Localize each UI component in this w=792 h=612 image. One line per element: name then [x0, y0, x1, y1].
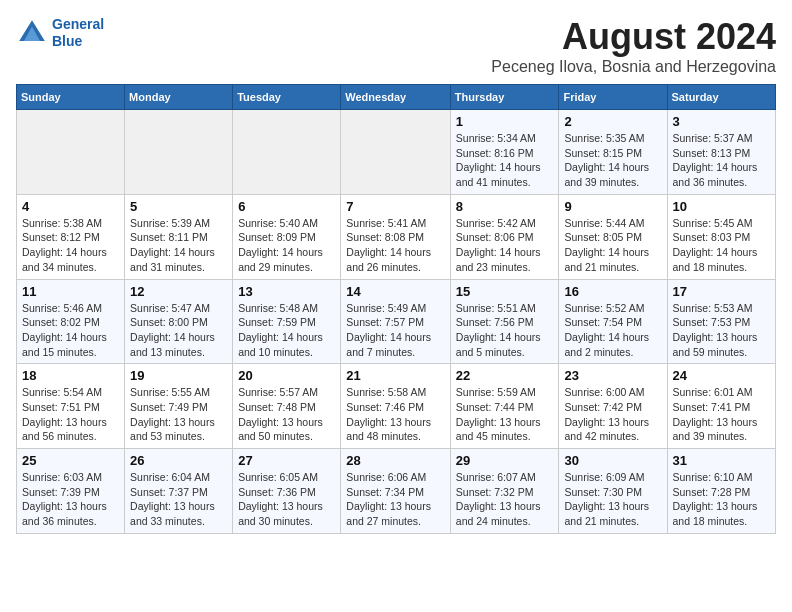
weekday-header-sunday: Sunday [17, 85, 125, 110]
calendar-cell: 28Sunrise: 6:06 AM Sunset: 7:34 PM Dayli… [341, 449, 451, 534]
day-info: Sunrise: 6:01 AM Sunset: 7:41 PM Dayligh… [673, 385, 770, 444]
calendar-week-5: 25Sunrise: 6:03 AM Sunset: 7:39 PM Dayli… [17, 449, 776, 534]
calendar-cell: 13Sunrise: 5:48 AM Sunset: 7:59 PM Dayli… [233, 279, 341, 364]
day-info: Sunrise: 6:07 AM Sunset: 7:32 PM Dayligh… [456, 470, 554, 529]
calendar-cell: 17Sunrise: 5:53 AM Sunset: 7:53 PM Dayli… [667, 279, 775, 364]
day-info: Sunrise: 6:06 AM Sunset: 7:34 PM Dayligh… [346, 470, 445, 529]
day-info: Sunrise: 5:59 AM Sunset: 7:44 PM Dayligh… [456, 385, 554, 444]
calendar-cell: 18Sunrise: 5:54 AM Sunset: 7:51 PM Dayli… [17, 364, 125, 449]
day-number: 13 [238, 284, 335, 299]
day-number: 19 [130, 368, 227, 383]
day-number: 1 [456, 114, 554, 129]
day-number: 6 [238, 199, 335, 214]
logo-icon [16, 17, 48, 49]
day-number: 12 [130, 284, 227, 299]
calendar-cell: 30Sunrise: 6:09 AM Sunset: 7:30 PM Dayli… [559, 449, 667, 534]
day-info: Sunrise: 6:04 AM Sunset: 7:37 PM Dayligh… [130, 470, 227, 529]
calendar-cell: 2Sunrise: 5:35 AM Sunset: 8:15 PM Daylig… [559, 110, 667, 195]
calendar-cell: 31Sunrise: 6:10 AM Sunset: 7:28 PM Dayli… [667, 449, 775, 534]
calendar-week-1: 1Sunrise: 5:34 AM Sunset: 8:16 PM Daylig… [17, 110, 776, 195]
calendar-cell: 14Sunrise: 5:49 AM Sunset: 7:57 PM Dayli… [341, 279, 451, 364]
day-number: 4 [22, 199, 119, 214]
month-title: August 2024 [491, 16, 776, 58]
day-number: 15 [456, 284, 554, 299]
day-number: 17 [673, 284, 770, 299]
calendar-cell [17, 110, 125, 195]
calendar-cell: 3Sunrise: 5:37 AM Sunset: 8:13 PM Daylig… [667, 110, 775, 195]
day-info: Sunrise: 5:41 AM Sunset: 8:08 PM Dayligh… [346, 216, 445, 275]
day-number: 18 [22, 368, 119, 383]
day-number: 28 [346, 453, 445, 468]
day-info: Sunrise: 5:52 AM Sunset: 7:54 PM Dayligh… [564, 301, 661, 360]
day-number: 21 [346, 368, 445, 383]
weekday-header-friday: Friday [559, 85, 667, 110]
day-number: 22 [456, 368, 554, 383]
calendar-cell: 15Sunrise: 5:51 AM Sunset: 7:56 PM Dayli… [450, 279, 559, 364]
day-info: Sunrise: 5:48 AM Sunset: 7:59 PM Dayligh… [238, 301, 335, 360]
calendar-cell: 5Sunrise: 5:39 AM Sunset: 8:11 PM Daylig… [125, 194, 233, 279]
day-number: 29 [456, 453, 554, 468]
day-info: Sunrise: 5:51 AM Sunset: 7:56 PM Dayligh… [456, 301, 554, 360]
day-info: Sunrise: 5:53 AM Sunset: 7:53 PM Dayligh… [673, 301, 770, 360]
calendar-cell: 29Sunrise: 6:07 AM Sunset: 7:32 PM Dayli… [450, 449, 559, 534]
day-info: Sunrise: 5:54 AM Sunset: 7:51 PM Dayligh… [22, 385, 119, 444]
day-info: Sunrise: 5:42 AM Sunset: 8:06 PM Dayligh… [456, 216, 554, 275]
calendar-cell: 22Sunrise: 5:59 AM Sunset: 7:44 PM Dayli… [450, 364, 559, 449]
day-number: 30 [564, 453, 661, 468]
day-info: Sunrise: 5:40 AM Sunset: 8:09 PM Dayligh… [238, 216, 335, 275]
calendar-cell: 9Sunrise: 5:44 AM Sunset: 8:05 PM Daylig… [559, 194, 667, 279]
day-info: Sunrise: 5:38 AM Sunset: 8:12 PM Dayligh… [22, 216, 119, 275]
weekday-header-wednesday: Wednesday [341, 85, 451, 110]
calendar-cell: 24Sunrise: 6:01 AM Sunset: 7:41 PM Dayli… [667, 364, 775, 449]
day-number: 23 [564, 368, 661, 383]
logo: General Blue [16, 16, 104, 50]
day-info: Sunrise: 5:46 AM Sunset: 8:02 PM Dayligh… [22, 301, 119, 360]
calendar-table: SundayMondayTuesdayWednesdayThursdayFrid… [16, 84, 776, 534]
calendar-cell: 27Sunrise: 6:05 AM Sunset: 7:36 PM Dayli… [233, 449, 341, 534]
calendar-week-4: 18Sunrise: 5:54 AM Sunset: 7:51 PM Dayli… [17, 364, 776, 449]
day-info: Sunrise: 5:44 AM Sunset: 8:05 PM Dayligh… [564, 216, 661, 275]
day-info: Sunrise: 5:39 AM Sunset: 8:11 PM Dayligh… [130, 216, 227, 275]
calendar-cell: 12Sunrise: 5:47 AM Sunset: 8:00 PM Dayli… [125, 279, 233, 364]
day-info: Sunrise: 5:47 AM Sunset: 8:00 PM Dayligh… [130, 301, 227, 360]
day-number: 25 [22, 453, 119, 468]
day-info: Sunrise: 6:09 AM Sunset: 7:30 PM Dayligh… [564, 470, 661, 529]
calendar-cell: 8Sunrise: 5:42 AM Sunset: 8:06 PM Daylig… [450, 194, 559, 279]
day-info: Sunrise: 5:57 AM Sunset: 7:48 PM Dayligh… [238, 385, 335, 444]
day-info: Sunrise: 5:34 AM Sunset: 8:16 PM Dayligh… [456, 131, 554, 190]
calendar-cell: 16Sunrise: 5:52 AM Sunset: 7:54 PM Dayli… [559, 279, 667, 364]
calendar-cell [233, 110, 341, 195]
calendar-cell [341, 110, 451, 195]
day-number: 16 [564, 284, 661, 299]
day-number: 20 [238, 368, 335, 383]
day-info: Sunrise: 6:00 AM Sunset: 7:42 PM Dayligh… [564, 385, 661, 444]
calendar-cell: 6Sunrise: 5:40 AM Sunset: 8:09 PM Daylig… [233, 194, 341, 279]
calendar-cell: 11Sunrise: 5:46 AM Sunset: 8:02 PM Dayli… [17, 279, 125, 364]
weekday-header-tuesday: Tuesday [233, 85, 341, 110]
calendar-week-2: 4Sunrise: 5:38 AM Sunset: 8:12 PM Daylig… [17, 194, 776, 279]
calendar-cell: 26Sunrise: 6:04 AM Sunset: 7:37 PM Dayli… [125, 449, 233, 534]
calendar-cell [125, 110, 233, 195]
day-info: Sunrise: 6:10 AM Sunset: 7:28 PM Dayligh… [673, 470, 770, 529]
calendar-cell: 20Sunrise: 5:57 AM Sunset: 7:48 PM Dayli… [233, 364, 341, 449]
day-info: Sunrise: 6:03 AM Sunset: 7:39 PM Dayligh… [22, 470, 119, 529]
day-number: 26 [130, 453, 227, 468]
weekday-header-thursday: Thursday [450, 85, 559, 110]
calendar-header-row: SundayMondayTuesdayWednesdayThursdayFrid… [17, 85, 776, 110]
calendar-cell: 4Sunrise: 5:38 AM Sunset: 8:12 PM Daylig… [17, 194, 125, 279]
day-number: 11 [22, 284, 119, 299]
day-info: Sunrise: 5:58 AM Sunset: 7:46 PM Dayligh… [346, 385, 445, 444]
day-info: Sunrise: 5:49 AM Sunset: 7:57 PM Dayligh… [346, 301, 445, 360]
day-number: 9 [564, 199, 661, 214]
calendar-cell: 1Sunrise: 5:34 AM Sunset: 8:16 PM Daylig… [450, 110, 559, 195]
logo-text: General Blue [52, 16, 104, 50]
day-number: 3 [673, 114, 770, 129]
day-number: 14 [346, 284, 445, 299]
calendar-week-3: 11Sunrise: 5:46 AM Sunset: 8:02 PM Dayli… [17, 279, 776, 364]
weekday-header-monday: Monday [125, 85, 233, 110]
day-number: 8 [456, 199, 554, 214]
calendar-cell: 21Sunrise: 5:58 AM Sunset: 7:46 PM Dayli… [341, 364, 451, 449]
calendar-cell: 23Sunrise: 6:00 AM Sunset: 7:42 PM Dayli… [559, 364, 667, 449]
day-number: 24 [673, 368, 770, 383]
page-header: General Blue August 2024 Peceneg Ilova, … [16, 16, 776, 76]
